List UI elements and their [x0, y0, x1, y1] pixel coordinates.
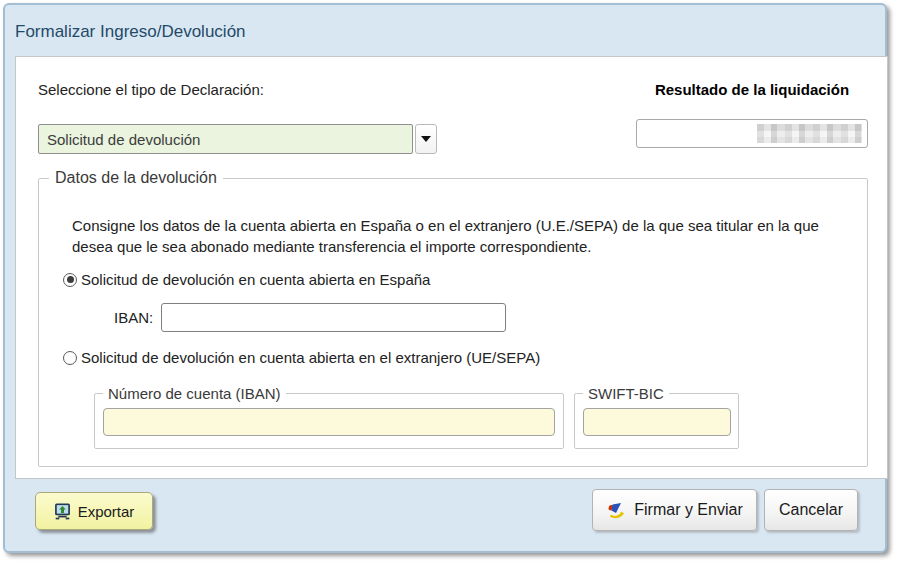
cancel-button-label: Cancelar — [779, 501, 843, 519]
swift-bic-input[interactable] — [583, 408, 731, 436]
cancel-button[interactable]: Cancelar — [764, 489, 858, 531]
radio-option-spain-label: Solicitud de devolución en cuenta abiert… — [81, 271, 430, 288]
radio-option-spain[interactable]: Solicitud de devolución en cuenta abiert… — [63, 271, 430, 288]
refund-data-fieldset: Datos de la devolución Consigne los dato… — [38, 169, 868, 467]
sign-and-send-button-label: Firmar y Enviar — [634, 501, 742, 519]
chevron-down-icon — [421, 136, 431, 142]
declaration-type-label: Seleccione el tipo de Declaración: — [38, 81, 264, 98]
signature-swoosh-icon — [606, 501, 627, 520]
sign-and-send-button[interactable]: Firmar y Enviar — [592, 489, 757, 531]
radio-option-foreign-label: Solicitud de devolución en cuenta abiert… — [81, 349, 540, 366]
refund-data-legend: Datos de la devolución — [49, 169, 223, 187]
form-panel: Seleccione el tipo de Declaración: Solic… — [15, 56, 888, 479]
refund-instructions-text: Consigne los datos de la cuenta abierta … — [72, 215, 854, 257]
liquidation-result-label: Resultado de la liquidación — [636, 81, 868, 98]
iban-label: IBAN: — [114, 309, 153, 326]
export-button-label: Exportar — [78, 503, 135, 520]
foreign-iban-input[interactable] — [103, 408, 555, 436]
radio-button-spain-icon[interactable] — [63, 273, 77, 287]
dialog-window: Formalizar Ingreso/Devolución Seleccione… — [3, 3, 887, 553]
liquidation-result-field — [636, 119, 868, 148]
declaration-type-select[interactable]: Solicitud de devolución — [38, 124, 413, 154]
redacted-amount-value — [757, 124, 862, 143]
export-computer-icon — [54, 503, 71, 520]
foreign-account-fieldset: Número de cuenta (IBAN) — [94, 385, 564, 449]
iban-row: IBAN: — [114, 303, 506, 332]
swift-bic-fieldset: SWIFT-BIC — [574, 385, 739, 449]
page-title: Formalizar Ingreso/Devolución — [15, 22, 246, 42]
declaration-type-dropdown-button[interactable] — [415, 124, 437, 154]
iban-input[interactable] — [161, 303, 506, 332]
export-button[interactable]: Exportar — [35, 492, 153, 530]
radio-option-foreign[interactable]: Solicitud de devolución en cuenta abiert… — [63, 349, 540, 366]
swift-bic-legend: SWIFT-BIC — [583, 385, 669, 402]
radio-button-foreign-icon[interactable] — [63, 351, 77, 365]
footer-button-bar: Exportar Firmar y Enviar Cancelar — [5, 489, 885, 537]
foreign-account-legend: Número de cuenta (IBAN) — [103, 385, 286, 402]
